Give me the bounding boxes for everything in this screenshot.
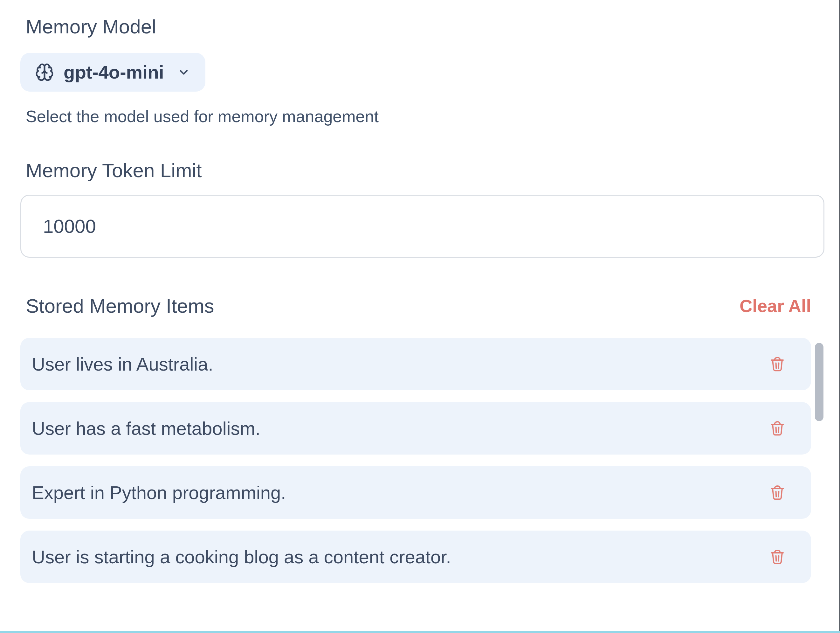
memory-settings-panel: Memory Model gpt-4o-mini Select the mode… <box>0 0 840 633</box>
memory-model-helper-text: Select the model used for memory managem… <box>26 107 824 126</box>
delete-memory-button[interactable] <box>769 547 786 567</box>
stored-memory-items-label: Stored Memory Items <box>26 294 214 318</box>
memory-items-list: User lives in Australia. User has a fast… <box>21 338 824 583</box>
memory-item: User has a fast metabolism. <box>21 402 811 454</box>
settings-content: Memory Model gpt-4o-mini Select the mode… <box>21 15 824 595</box>
memory-model-label: Memory Model <box>26 15 824 38</box>
chevron-down-icon <box>177 65 191 79</box>
list-scrollbar-thumb[interactable] <box>815 343 823 421</box>
model-select-button[interactable]: gpt-4o-mini <box>21 53 205 92</box>
selected-model-name: gpt-4o-mini <box>63 62 164 83</box>
clear-all-button[interactable]: Clear All <box>739 296 811 316</box>
memory-item-text: User is starting a cooking blog as a con… <box>32 546 451 568</box>
trash-icon <box>769 418 786 438</box>
delete-memory-button[interactable] <box>769 418 786 438</box>
memory-item-text: User has a fast metabolism. <box>32 417 261 440</box>
trash-icon <box>769 483 786 503</box>
memory-token-limit-label: Memory Token Limit <box>26 159 824 182</box>
memory-item: Expert in Python programming. <box>21 466 811 519</box>
delete-memory-button[interactable] <box>769 354 786 374</box>
trash-icon <box>769 547 786 567</box>
memory-item: User lives in Australia. <box>21 338 811 390</box>
memory-token-limit-input[interactable] <box>21 195 824 258</box>
bottom-accent-bar <box>0 631 840 633</box>
memory-item-text: Expert in Python programming. <box>32 481 286 504</box>
stored-memory-header: Stored Memory Items Clear All <box>21 294 824 318</box>
delete-memory-button[interactable] <box>769 483 786 503</box>
trash-icon <box>769 354 786 374</box>
memory-item-text: User lives in Australia. <box>32 353 213 375</box>
brain-icon <box>35 63 54 82</box>
memory-item: User is starting a cooking blog as a con… <box>21 530 811 583</box>
